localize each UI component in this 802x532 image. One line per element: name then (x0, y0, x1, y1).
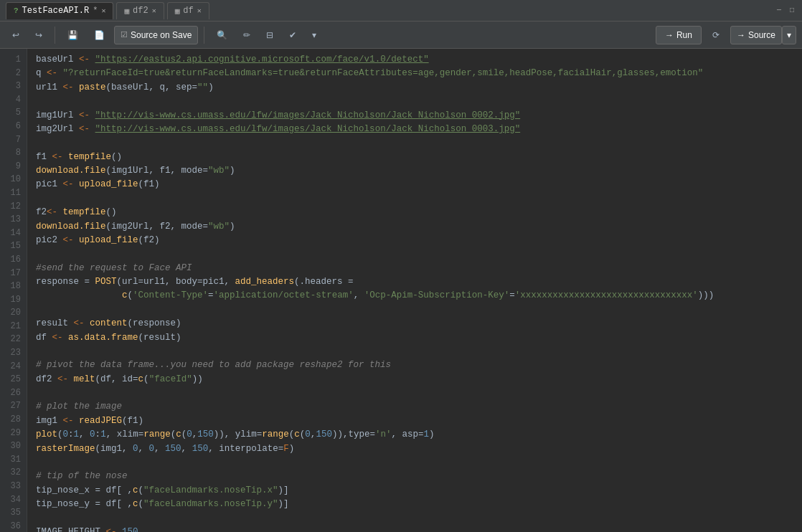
line-number: 2 (3, 67, 21, 80)
line-number: 21 (3, 320, 21, 333)
undo-button[interactable]: ↩ (6, 26, 26, 44)
source-on-save-label: Source on Save (131, 30, 192, 40)
code-line: response = POST(url=url1, body=pic1, add… (36, 275, 793, 289)
line-number: 18 (3, 280, 21, 293)
tab-testfaceapi-modified: * (93, 6, 98, 16)
code-line: img2Url <- "http://vis-www.cs.umass.edu/… (36, 123, 793, 136)
rerun-icon: ⟳ (712, 30, 720, 40)
line-number: 8 (3, 146, 21, 160)
code-line: f1 <- tempfile() (36, 151, 793, 164)
code-line: url1 <- paste(baseUrl, q, sep="") (36, 81, 793, 95)
find-button[interactable]: 🔍 (210, 26, 234, 44)
code-line: pic2 <- upload_file(f2) (36, 234, 793, 247)
search-icon: 🔍 (217, 30, 227, 40)
code-line: download.file(img1Url, f1, mode="wb") (36, 164, 793, 178)
code-line: img1 <- readJPEG(f1) (36, 414, 793, 428)
line-number: 35 (3, 506, 21, 520)
tab-df[interactable]: ▦ df ✕ (167, 2, 209, 19)
line-number: 34 (3, 493, 21, 507)
line-number: 29 (3, 427, 21, 440)
line-number: 9 (3, 160, 21, 174)
minimize-button[interactable]: ─ (775, 6, 783, 15)
save-icon: 💾 (67, 30, 78, 40)
line-numbers: 1234567891011121314151617181920212223242… (0, 49, 27, 532)
maximize-button[interactable]: □ (788, 6, 796, 15)
line-number: 16 (3, 253, 21, 267)
more-button[interactable]: ▾ (306, 26, 323, 44)
code-line: result <- content(response) (36, 317, 793, 331)
code-line: pic1 <- upload_file(f1) (36, 178, 793, 191)
source-button[interactable]: → Source (730, 26, 782, 44)
redo-icon: ↪ (35, 30, 42, 40)
edit-icon: ✏ (243, 30, 250, 40)
source-dropdown-button[interactable]: ▾ (782, 26, 796, 44)
tab-df2-label: df2 (133, 6, 148, 16)
line-number: 7 (3, 133, 21, 147)
redo-button[interactable]: ↪ (29, 26, 49, 44)
tab-df2-close[interactable]: ✕ (152, 6, 156, 15)
check-button[interactable]: ✔ (283, 26, 303, 44)
run-button[interactable]: → Run (656, 26, 702, 44)
code-line (36, 345, 793, 358)
source-on-save-checkbox: ☑ (121, 30, 128, 39)
code-line: img1Url <- "http://vis-www.cs.umass.edu/… (36, 109, 793, 123)
code-line: plot(0:1, 0:1, xlim=range(c(0,150)), yli… (36, 428, 793, 442)
toolbar: ↩ ↪ 💾 📄 ☑ Source on Save 🔍 ✏ ⊟ ✔ ▾ → Run… (0, 22, 802, 49)
source-run-icon: → (737, 30, 745, 40)
r-file-icon: ? (14, 6, 19, 15)
check-icon: ✔ (289, 30, 296, 40)
edit-button[interactable]: ✏ (237, 26, 257, 44)
line-number: 1 (3, 53, 21, 67)
toolbar-right: → Run ⟳ → Source ▾ (656, 26, 796, 44)
toolbar-separator-1 (55, 27, 55, 44)
tab-testfaceapi-label: TestFaceAPI.R (22, 6, 90, 16)
toolbar-separator-2 (204, 27, 204, 44)
line-number: 10 (3, 173, 21, 186)
code-line: df2 <- melt(df, id=c("faceId")) (36, 373, 793, 386)
line-number: 15 (3, 239, 21, 253)
line-number: 32 (3, 466, 21, 480)
tab-df2[interactable]: ▦ df2 ✕ (116, 2, 164, 19)
run-label: Run (676, 30, 692, 40)
line-number: 6 (3, 120, 21, 133)
titlebar: ? TestFaceAPI.R * ✕ ▦ df2 ✕ ▦ df ✕ ─ □ (0, 0, 802, 22)
code-line: c('Content-Type'='application/octet-stre… (36, 289, 793, 303)
df-file-icon: ▦ (175, 6, 180, 16)
format-button[interactable]: ⊟ (260, 26, 280, 44)
code-content[interactable]: baseUrl <- "https://eastus2.api.cognitiv… (27, 49, 802, 532)
line-number: 19 (3, 293, 21, 307)
tab-testfaceapi[interactable]: ? TestFaceAPI.R * ✕ (6, 2, 113, 19)
code-line: IMAGE_HEIGHT <- 150 (36, 526, 793, 532)
line-number: 28 (3, 413, 21, 427)
tab-testfaceapi-close[interactable]: ✕ (101, 6, 105, 15)
tab-df-close[interactable]: ✕ (197, 6, 202, 15)
code-line (36, 95, 793, 108)
code-line (36, 136, 793, 150)
source-button-group: → Source ▾ (730, 26, 796, 44)
code-line (36, 192, 793, 206)
line-number: 3 (3, 80, 21, 93)
line-number: 4 (3, 93, 21, 107)
window-controls: ─ □ (775, 6, 796, 15)
line-number: 27 (3, 399, 21, 413)
line-number: 31 (3, 453, 21, 467)
new-file-button[interactable]: 📄 (88, 26, 111, 44)
line-number: 36 (3, 520, 21, 532)
save-button[interactable]: 💾 (61, 26, 85, 44)
line-number: 25 (3, 373, 21, 386)
line-number: 30 (3, 440, 21, 453)
source-on-save-button[interactable]: ☑ Source on Save (114, 26, 198, 44)
rerun-button[interactable]: ⟳ (706, 26, 726, 44)
source-dropdown-icon: ▾ (787, 30, 791, 40)
code-line: # tip of the nose (36, 470, 793, 483)
line-number: 26 (3, 386, 21, 400)
code-line: # pivot the data frame...you need to add… (36, 358, 793, 372)
new-file-icon: 📄 (94, 30, 105, 40)
code-line (36, 303, 793, 317)
line-number: 22 (3, 333, 21, 346)
code-line: df <- as.data.frame(result) (36, 331, 793, 345)
line-number: 33 (3, 480, 21, 493)
undo-icon: ↩ (12, 30, 19, 40)
code-line: baseUrl <- "https://eastus2.api.cognitiv… (36, 53, 793, 67)
code-line (36, 511, 793, 525)
